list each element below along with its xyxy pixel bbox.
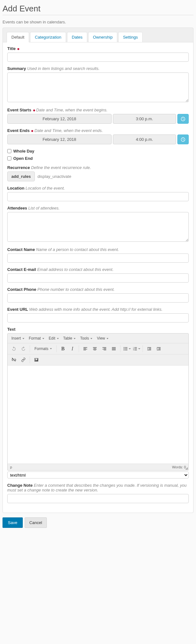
editor-undo-button[interactable] [9, 345, 18, 353]
form-panel: Default Categorization Dates Ownership S… [3, 28, 193, 513]
editor-menu-edit[interactable]: Edit [47, 335, 61, 342]
clock-icon [181, 116, 186, 122]
change-note-input[interactable] [7, 494, 189, 503]
editor-image-button[interactable] [32, 356, 41, 364]
event-starts-now-button[interactable] [177, 114, 189, 124]
cancel-button[interactable]: Cancel [25, 517, 47, 528]
tab-settings[interactable]: Settings [118, 32, 143, 42]
editor-align-justify-button[interactable] [109, 345, 118, 353]
text-format-select[interactable]: text/html [7, 472, 189, 478]
contact-email-label-text: Contact E-mail [7, 267, 36, 272]
change-note-label-text: Change Note [7, 483, 33, 488]
tabs-bar: Default Categorization Dates Ownership S… [3, 32, 193, 42]
event-url-label-text: Event URL [7, 307, 28, 312]
required-dot-icon [31, 130, 33, 132]
summary-label: Summary Used in item listings and search… [7, 66, 189, 71]
title-input[interactable] [7, 53, 189, 62]
open-end-label: Open End [13, 156, 33, 161]
svg-point-1 [124, 348, 125, 349]
align-left-icon [83, 346, 88, 351]
attendees-textarea[interactable] [7, 212, 189, 242]
editor-align-left-button[interactable] [81, 345, 90, 353]
contact-phone-label-text: Contact Phone [7, 287, 36, 292]
bullet-list-icon [123, 346, 128, 351]
tab-dates[interactable]: Dates [67, 32, 87, 42]
contact-phone-hint: Phone number to contact about this event… [37, 287, 114, 292]
tab-ownership[interactable]: Ownership [88, 32, 117, 42]
outdent-icon [147, 346, 152, 351]
editor-menu-table[interactable]: Table [61, 335, 78, 342]
indent-icon [156, 346, 161, 351]
event-url-input[interactable] [7, 313, 189, 322]
contact-phone-input[interactable] [7, 293, 189, 303]
bold-icon: B [61, 346, 65, 352]
editor-formats-dropdown[interactable]: Formats [32, 345, 54, 353]
editor-align-right-button[interactable] [100, 345, 109, 353]
svg-point-0 [124, 347, 125, 348]
editor-italic-button[interactable]: I [68, 345, 77, 353]
align-justify-icon [111, 346, 116, 351]
whole-day-checkbox[interactable] [7, 149, 11, 153]
event-url-hint: Web address with more info about the eve… [29, 307, 162, 312]
location-hint: Location of the event. [26, 186, 65, 191]
required-dot-icon [33, 109, 35, 111]
text-label: Text [7, 327, 189, 332]
editor-bullet-list-button[interactable] [122, 345, 131, 353]
required-dot-icon [17, 48, 19, 50]
contact-email-hint: Email address to contact about this even… [37, 267, 113, 272]
event-starts-date-input[interactable]: February 12, 2018 [7, 114, 112, 124]
add-rules-button[interactable]: add_rules [7, 172, 35, 181]
editor-outdent-button[interactable] [145, 345, 154, 353]
editor-menu-view[interactable]: View [95, 335, 110, 342]
recurrence-hint: Define the event recurrence rule. [31, 165, 91, 170]
location-label-text: Location [7, 186, 24, 191]
editor-resize-handle[interactable] [185, 466, 188, 470]
redo-icon [21, 346, 26, 351]
editor-content-area[interactable] [8, 366, 188, 464]
editor-menu-tools[interactable]: Tools [78, 335, 94, 342]
editor-unlink-button[interactable] [9, 356, 18, 364]
tab-default[interactable]: Default [7, 32, 29, 42]
change-note-label: Change Note Enter a comment that describ… [7, 483, 189, 492]
align-right-icon [102, 346, 107, 351]
event-ends-now-button[interactable] [177, 134, 189, 144]
page-subtitle: Events can be shown in calendars. [3, 20, 193, 24]
title-label: Title [7, 46, 189, 51]
editor-status-path: p [10, 465, 12, 469]
event-ends-time-input[interactable]: 4:00 p.m. [113, 134, 176, 144]
contact-email-input[interactable] [7, 273, 189, 283]
editor-bold-button[interactable]: B [58, 345, 67, 353]
summary-hint: Used in item listings and search results… [27, 66, 100, 71]
event-ends-hint: Date and Time, when the event ends. [34, 128, 103, 133]
svg-point-2 [124, 350, 125, 351]
tab-categorization[interactable]: Categorization [30, 32, 66, 42]
event-starts-time-input[interactable]: 3:00 p.m. [113, 114, 176, 124]
attendees-label: Attendees List of attendees. [7, 206, 189, 210]
event-starts-label-text: Event Starts [7, 108, 31, 112]
summary-textarea[interactable] [7, 72, 189, 102]
editor-menu-insert[interactable]: Insert [9, 335, 26, 342]
clock-icon [181, 137, 186, 142]
editor-menu-format[interactable]: Format [27, 335, 46, 342]
change-note-hint: Enter a comment that describes the chang… [7, 483, 187, 492]
event-ends-label: Event Ends Date and Time, when the event… [7, 128, 189, 133]
event-ends-date-input[interactable]: February 12, 2018 [7, 134, 112, 144]
rich-text-editor: Insert Format Edit Table Tools View Form… [7, 333, 189, 471]
save-button[interactable]: Save [3, 517, 23, 528]
editor-redo-button[interactable] [19, 345, 28, 353]
editor-status-words: Words: 0 [172, 465, 186, 469]
editor-link-button[interactable] [19, 356, 28, 364]
italic-icon: I [71, 346, 73, 352]
contact-email-label: Contact E-mail Email address to contact … [7, 267, 189, 272]
location-input[interactable] [7, 192, 189, 201]
event-starts-hint: Date and Time, when the event begins. [36, 108, 107, 112]
editor-number-list-button[interactable] [132, 345, 141, 353]
editor-indent-button[interactable] [154, 345, 163, 353]
open-end-checkbox[interactable] [7, 156, 11, 160]
contact-name-label: Contact Name Name of a person to contact… [7, 247, 189, 252]
contact-name-input[interactable] [7, 253, 189, 263]
recurrence-label-text: Recurrence [7, 165, 30, 170]
title-divider [3, 15, 193, 15]
number-list-icon [132, 346, 138, 351]
editor-align-center-button[interactable] [90, 345, 99, 353]
